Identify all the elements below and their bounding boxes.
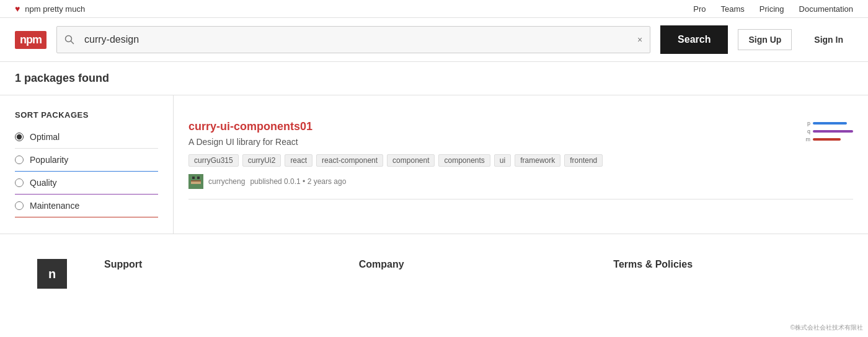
sort-radio-maintenance[interactable] bbox=[15, 201, 24, 210]
svg-rect-5 bbox=[191, 180, 201, 182]
svg-rect-4 bbox=[197, 177, 200, 179]
sort-divider-quality bbox=[15, 194, 158, 195]
tag-react-component[interactable]: react-component bbox=[316, 154, 383, 167]
package-score: p q m bbox=[793, 120, 853, 142]
publish-info: published 0.0.1 • 2 years ago bbox=[250, 177, 346, 186]
svg-line-1 bbox=[71, 42, 74, 44]
search-icon bbox=[57, 35, 82, 45]
package-card: curry-ui-components01 A Design UI librar… bbox=[188, 110, 853, 199]
footer-logo: n bbox=[37, 259, 67, 289]
sort-option-optimal[interactable]: Optimal bbox=[15, 127, 158, 147]
footer-company-heading: Company bbox=[359, 259, 577, 270]
score-row-p: p bbox=[803, 120, 853, 126]
sort-radio-popularity[interactable] bbox=[15, 155, 24, 164]
main-content: Sort Packages Optimal Popularity Quality… bbox=[0, 95, 868, 234]
sort-divider-maintenance bbox=[15, 217, 158, 217]
heart-icon: ♥ bbox=[15, 4, 20, 14]
sort-option-popularity[interactable]: Popularity bbox=[15, 150, 158, 170]
footer-terms-heading: Terms & Policies bbox=[613, 259, 831, 270]
package-name[interactable]: curry-ui-components01 bbox=[188, 120, 793, 133]
score-bar-maintenance bbox=[813, 138, 841, 141]
sort-option-maintenance[interactable]: Maintenance bbox=[15, 196, 158, 216]
package-description: A Design UI library for React bbox=[188, 137, 793, 147]
score-row-q: q bbox=[803, 128, 853, 134]
footer: n Support Company Terms & Policies bbox=[0, 234, 868, 313]
author-avatar bbox=[188, 174, 203, 189]
sort-divider-optimal bbox=[15, 148, 158, 149]
tag-curryui2[interactable]: curryUi2 bbox=[242, 154, 281, 167]
author-name: currycheng bbox=[208, 177, 245, 186]
npm-logo: npm bbox=[15, 31, 46, 49]
tag-react[interactable]: react bbox=[285, 154, 312, 167]
package-tags: curryGu315 curryUi2 react react-componen… bbox=[188, 154, 793, 167]
svg-rect-7 bbox=[192, 184, 195, 186]
sort-packages-title: Sort Packages bbox=[15, 110, 158, 120]
tag-currygu315[interactable]: curryGu315 bbox=[188, 154, 239, 167]
tag-ui[interactable]: ui bbox=[494, 154, 511, 167]
announcement-text: npm pretty much bbox=[25, 4, 85, 14]
package-meta: currycheng published 0.0.1 • 2 years ago bbox=[188, 174, 793, 189]
sort-option-quality[interactable]: Quality bbox=[15, 173, 158, 193]
search-input[interactable] bbox=[82, 27, 630, 53]
announcement-bar: ♥ npm pretty much Pro Teams Pricing Docu… bbox=[0, 0, 868, 18]
footer-company: Company bbox=[359, 259, 577, 278]
nav-pricing[interactable]: Pricing bbox=[760, 4, 784, 14]
header: npm × Search Sign Up Sign In bbox=[0, 18, 868, 62]
sort-divider-popularity bbox=[15, 171, 158, 172]
sort-label-popularity: Popularity bbox=[30, 155, 68, 165]
tag-components[interactable]: components bbox=[438, 154, 490, 167]
score-label-m: m bbox=[803, 136, 810, 142]
sidebar: Sort Packages Optimal Popularity Quality… bbox=[0, 95, 174, 234]
signin-button[interactable]: Sign In bbox=[804, 30, 853, 50]
score-bars: p q m bbox=[803, 120, 853, 142]
score-bar-quality bbox=[813, 130, 853, 133]
svg-rect-3 bbox=[192, 177, 195, 179]
results-bar: 1 packages found bbox=[0, 62, 868, 95]
svg-rect-6 bbox=[191, 182, 201, 184]
tag-component[interactable]: component bbox=[387, 154, 435, 167]
clear-button[interactable]: × bbox=[630, 35, 650, 45]
signup-button[interactable]: Sign Up bbox=[738, 29, 792, 50]
tag-frontend[interactable]: frontend bbox=[564, 154, 603, 167]
sort-radio-optimal[interactable] bbox=[15, 133, 24, 141]
results-count: 1 bbox=[15, 72, 21, 84]
nav-teams[interactable]: Teams bbox=[721, 4, 745, 14]
nav-pro[interactable]: Pro bbox=[693, 4, 706, 14]
score-bar-popularity bbox=[813, 122, 847, 125]
svg-rect-8 bbox=[197, 184, 200, 186]
nav-documentation[interactable]: Documentation bbox=[799, 4, 853, 14]
score-label-q: q bbox=[803, 128, 810, 134]
footer-support: Support bbox=[104, 259, 322, 278]
results-label-text: packages found bbox=[24, 72, 109, 84]
sort-radio-quality[interactable] bbox=[15, 178, 24, 187]
tag-framework[interactable]: framework bbox=[515, 154, 560, 167]
score-label-p: p bbox=[803, 120, 810, 126]
search-button[interactable]: Search bbox=[660, 25, 728, 54]
package-info: curry-ui-components01 A Design UI librar… bbox=[188, 120, 793, 189]
score-row-m: m bbox=[803, 136, 853, 142]
footer-support-heading: Support bbox=[104, 259, 322, 270]
sort-label-maintenance: Maintenance bbox=[30, 201, 79, 211]
sort-label-quality: Quality bbox=[30, 178, 57, 188]
sort-label-optimal: Optimal bbox=[30, 132, 60, 142]
package-list: curry-ui-components01 A Design UI librar… bbox=[174, 95, 868, 234]
search-form: × bbox=[56, 26, 650, 53]
footer-terms: Terms & Policies bbox=[613, 259, 831, 278]
